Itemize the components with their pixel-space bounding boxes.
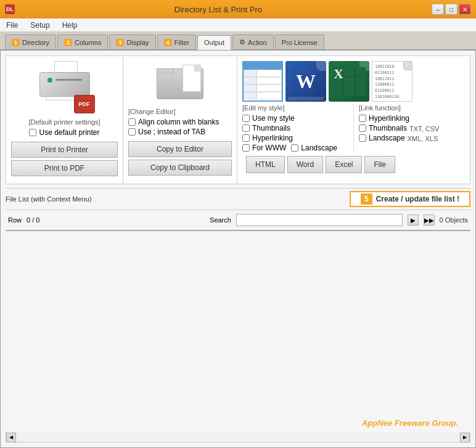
tab-directory-label: Directory (22, 39, 49, 46)
for-www-label: For WWW (252, 144, 286, 152)
create-btn-label: Create / update file list ! (376, 195, 459, 203)
use-semicolon-checkbox[interactable] (128, 128, 136, 136)
menu-help[interactable]: Help (60, 20, 80, 31)
excel-cell-icon (355, 77, 366, 86)
printer-icon: PDF (31, 61, 99, 113)
folder-paper-icon (183, 65, 201, 92)
use-my-style-checkbox[interactable] (242, 115, 250, 122)
tab-num-3: 3 (116, 39, 124, 46)
scroll-left-button[interactable]: ◀ (6, 433, 16, 442)
create-file-list-button[interactable]: 5Create / update file list ! (350, 191, 470, 207)
paper-corner-icon (194, 65, 200, 71)
link-function-label: [Link function] (359, 104, 465, 112)
use-default-printer-checkbox[interactable] (29, 129, 36, 136)
minimize-button[interactable]: – (432, 4, 444, 15)
use-default-printer-label: Use default printer (39, 128, 99, 137)
printer-panel: PDF [Default printer settings] Use defau… (6, 56, 123, 184)
tab-filter-label: Filter (174, 39, 189, 46)
link-thumbnails-checkbox[interactable] (359, 124, 366, 132)
menu-bar: File Setup Help (0, 18, 476, 32)
print-to-printer-button[interactable]: Print to Printer (11, 142, 118, 158)
tab-columns[interactable]: 2 Columns (57, 35, 108, 49)
create-btn-num: 5 (361, 193, 372, 205)
search-label: Search (210, 216, 231, 224)
window-title: Directory List & Print Pro (5, 5, 432, 14)
html-row2-icon (244, 77, 282, 84)
tab-directory[interactable]: 1 Directory (5, 35, 56, 49)
search-input[interactable] (236, 214, 403, 226)
html-cell4-icon (256, 92, 282, 99)
for-www-checkbox[interactable] (242, 144, 250, 152)
copy-to-clipboard-button[interactable]: Copy to Clipboard (128, 160, 232, 176)
xml-xls-label: XML, XLS (408, 135, 438, 142)
nav-play-button[interactable]: ▶ (408, 214, 419, 226)
link-hyperlinking-label: Hyperlinking (369, 114, 409, 123)
html-button[interactable]: HTML (246, 156, 285, 173)
main-content: PDF [Default printer settings] Use defau… (0, 51, 476, 448)
panels-row: PDF [Default printer settings] Use defau… (6, 55, 470, 184)
hyperlinking-label: Hyperlinking (252, 134, 293, 142)
excel-cell-icon (343, 86, 354, 96)
thumbnails-checkbox[interactable] (242, 124, 250, 132)
html-cell-icon (244, 70, 256, 77)
tab-filter[interactable]: 4 Filter (157, 35, 196, 49)
excel-letter-icon: X (334, 66, 343, 82)
excel-doc-icon: X (329, 61, 369, 102)
landscape-checkbox[interactable] (291, 144, 298, 152)
tab-num-1: 1 (12, 39, 20, 46)
html-cell2-icon (256, 77, 282, 84)
search-row: Row 0 / 0 Search ▶ ▶▶ 0 Objects (6, 213, 470, 227)
maximize-button[interactable]: □ (445, 4, 458, 15)
file-button[interactable]: File (364, 156, 395, 173)
horizontal-scrollbar[interactable]: ◀ ▶ (6, 433, 470, 442)
excel-cell-icon (343, 77, 354, 86)
excel-button[interactable]: Excel (326, 156, 362, 173)
link-hyperlinking-checkbox[interactable] (359, 115, 366, 122)
edit-style-col: [Edit my style] Use my style Thumbnails … (242, 104, 354, 153)
hyperlinking-checkbox[interactable] (242, 134, 250, 142)
link-landscape-checkbox[interactable] (359, 134, 366, 142)
html-cell4-icon (244, 92, 256, 99)
menu-setup[interactable]: Setup (28, 20, 52, 31)
row-value: 0 / 0 (27, 216, 39, 224)
tab-display[interactable]: 3 Display (109, 35, 155, 49)
copy-to-editor-button[interactable]: Copy to Editor (128, 141, 232, 157)
tab-pro-license[interactable]: Pro License (275, 35, 324, 49)
window-controls: – □ ✕ (432, 4, 471, 15)
link-landscape-xml-row: Landscape XML, XLS (359, 134, 465, 144)
folder-tab-icon (157, 68, 174, 75)
nav-fast-forward-button[interactable]: ▶▶ (424, 214, 435, 226)
menu-file[interactable]: File (4, 20, 20, 31)
link-landscape-label: Landscape (369, 134, 405, 142)
use-semicolon-label: Use ; instead of TAB (138, 128, 205, 136)
html-row1-icon (244, 70, 282, 77)
change-editor-label: [Change Editor] (128, 108, 175, 115)
excel-cell-icon (355, 67, 366, 76)
tab-action[interactable]: ⚙ Action (232, 35, 274, 49)
tab-display-label: Display (126, 39, 149, 46)
scroll-track[interactable] (16, 433, 460, 442)
scroll-right-button[interactable]: ▶ (460, 433, 470, 442)
list-container: AppNee Freeware Group. (6, 230, 470, 433)
print-to-pdf-button[interactable]: Print to PDF (11, 160, 118, 176)
objects-count: 0 Objects (440, 216, 468, 224)
tab-output-label: Output (204, 39, 224, 46)
for-www-landscape-row: For WWW Landscape (242, 144, 348, 153)
link-landscape-row: Landscape (359, 134, 405, 142)
landscape-label: Landscape (301, 144, 337, 152)
word-button[interactable]: Word (287, 156, 323, 173)
use-my-style-row: Use my style (242, 114, 348, 123)
align-blanks-checkbox[interactable] (128, 118, 136, 126)
output-format-buttons: HTML Word Excel File (242, 153, 399, 176)
tab-output[interactable]: Output (197, 35, 231, 50)
excel-cell-icon (355, 86, 366, 96)
pdf-badge-icon: PDF (74, 95, 95, 113)
html-row4-icon (244, 92, 282, 99)
file-list-area[interactable] (6, 230, 470, 231)
html-cell2-icon (244, 77, 256, 84)
close-button[interactable]: ✕ (459, 4, 471, 15)
excel-cell-icon (332, 86, 343, 96)
align-blanks-row: Align column with blanks (128, 118, 219, 126)
word-corner-icon (316, 61, 326, 71)
link-thumbnails-row: Thumbnails (359, 124, 407, 132)
